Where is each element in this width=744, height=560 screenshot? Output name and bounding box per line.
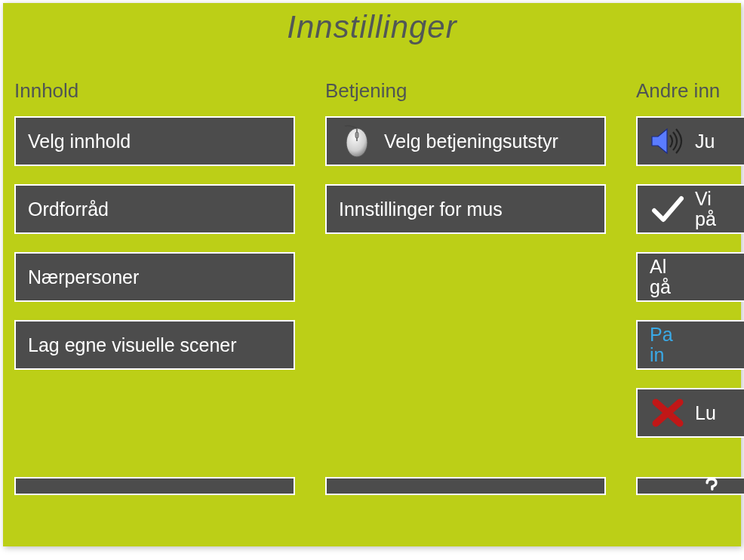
tile-check[interactable]: Vi på xyxy=(636,184,744,234)
column-content-header: Innhold xyxy=(14,79,295,103)
tile-vocabulary-label: Ordforråd xyxy=(28,198,109,220)
tile-partial-bottom-2[interactable] xyxy=(325,477,606,495)
tile-close-persons[interactable]: Nærpersoner xyxy=(14,252,295,302)
column-other: Andre inn Ju xyxy=(636,79,744,495)
page-title: Innstillinger xyxy=(3,3,741,45)
tile-select-content-label: Velg innhold xyxy=(28,131,131,152)
column-content: Innhold Velg innhold Ordforråd Nærperson… xyxy=(14,79,295,495)
tile-select-content[interactable]: Velg innhold xyxy=(14,116,295,166)
check-icon xyxy=(650,191,686,227)
tile-select-equipment-label: Velg betjeningsutstyr xyxy=(384,131,558,152)
speaker-icon xyxy=(650,123,686,159)
svg-rect-2 xyxy=(355,132,358,138)
tile-select-equipment[interactable]: Velg betjeningsutstyr xyxy=(325,116,606,166)
tile-sound[interactable]: Ju xyxy=(636,116,744,166)
tile-partial-bottom-1[interactable] xyxy=(14,477,295,495)
close-icon xyxy=(650,395,686,431)
column-operation: Betjening xyxy=(325,79,606,495)
tile-close[interactable]: Lu xyxy=(636,388,744,438)
tile-mouse-settings[interactable]: Innstillinger for mus xyxy=(325,184,606,234)
tile-row4[interactable]: Pa in xyxy=(636,320,744,370)
column-operation-header: Betjening xyxy=(325,79,606,103)
tile-check-line2: på xyxy=(695,208,716,229)
mouse-icon xyxy=(339,123,375,159)
tile-close-label: Lu xyxy=(695,402,716,424)
tile-row4-line1: Pa xyxy=(650,324,673,345)
tile-partial-bottom-3[interactable] xyxy=(636,477,744,495)
tile-row3-line1: Al xyxy=(650,256,666,277)
tile-create-scenes[interactable]: Lag egne visuelle scener xyxy=(14,320,295,370)
column-other-header: Andre inn xyxy=(636,79,744,103)
svg-marker-3 xyxy=(652,129,667,153)
tile-check-label: Vi på xyxy=(695,189,716,230)
tile-create-scenes-label: Lag egne visuelle scener xyxy=(28,334,237,356)
tile-mouse-settings-label: Innstillinger for mus xyxy=(339,198,503,220)
settings-page: Innstillinger Innhold Velg innhold Ordfo… xyxy=(3,3,741,546)
tile-vocabulary[interactable]: Ordforråd xyxy=(14,184,295,234)
tile-row3-label: Al gå xyxy=(650,257,671,298)
tile-row4-label: Pa in xyxy=(650,325,673,366)
tile-close-persons-label: Nærpersoner xyxy=(28,266,139,288)
help-icon xyxy=(700,478,723,494)
tile-check-line1: Vi xyxy=(695,188,712,209)
columns-container: Innhold Velg innhold Ordforråd Nærperson… xyxy=(3,45,741,495)
tile-sound-label: Ju xyxy=(695,131,715,152)
tile-row4-line2: in xyxy=(650,344,664,365)
tile-row3[interactable]: Al gå xyxy=(636,252,744,302)
tile-row3-line2: gå xyxy=(650,276,671,297)
